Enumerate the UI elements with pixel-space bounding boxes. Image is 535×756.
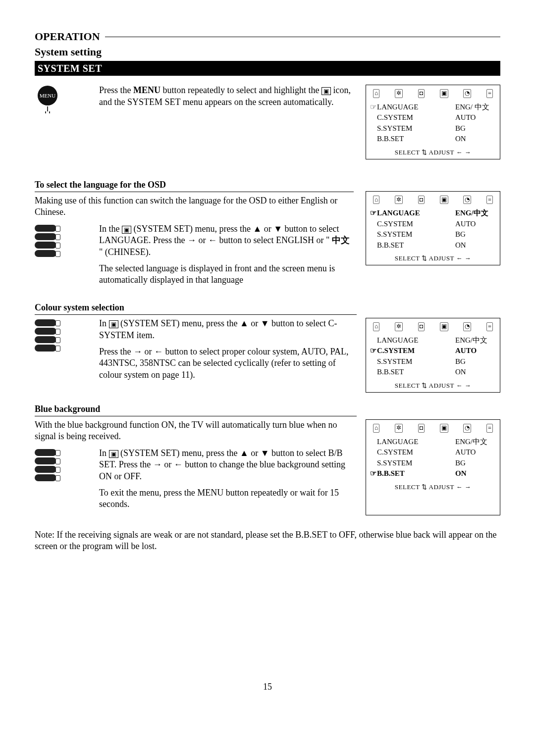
osd-row-value: AUTO bbox=[455, 448, 495, 457]
osd-row-value: AUTO bbox=[455, 346, 495, 356]
osd-top-icon: ◘ bbox=[418, 322, 425, 331]
osd-panel-2: ⌂✲◘▣◔≡☞LANGUAGEENG/中文C.SYSTEMAUTOS.SYSTE… bbox=[366, 191, 500, 265]
language-instruction-1: In the ▣ (SYSTEM SET) menu, press the ▲ … bbox=[99, 223, 354, 258]
osd-row-value: BG bbox=[455, 124, 495, 134]
osd-top-icon: ◘ bbox=[418, 196, 425, 204]
page-title-operation: OPERATION bbox=[35, 30, 100, 44]
osd-row-label: S.SYSTEM bbox=[377, 124, 455, 134]
menu-button-icon: MENU bbox=[35, 85, 64, 114]
colour-instruction-1: In ▣ (SYSTEM SET) menu, press the ▲ or ▼… bbox=[99, 318, 354, 341]
osd-top-icon: ▣ bbox=[440, 89, 448, 98]
osd-row: ☞LANGUAGEENG/ 中文 bbox=[377, 102, 495, 113]
osd-top-icon: ✲ bbox=[395, 322, 403, 331]
osd-panel-1: ⌂✲◘▣◔≡☞LANGUAGEENG/ 中文C.SYSTEMAUTOS.SYST… bbox=[366, 85, 500, 159]
osd-top-icon: ✲ bbox=[395, 89, 403, 98]
osd-row-value: ENG/中文 bbox=[455, 336, 495, 346]
colour-instruction-2: Press the → or ← button to select proper… bbox=[99, 346, 354, 381]
osd-row-value: AUTO bbox=[455, 219, 495, 229]
osd-row-label: B.B.SET bbox=[377, 469, 455, 479]
osd-top-icon: ✲ bbox=[395, 196, 403, 204]
osd-top-icon: ✲ bbox=[395, 424, 403, 433]
osd-footer: SELECT ⇅ ADJUST ← → bbox=[371, 148, 495, 157]
osd-row: ☞C.SYSTEMAUTO bbox=[377, 346, 495, 356]
osd-row-label: C.SYSTEM bbox=[377, 113, 455, 123]
osd-top-icon: ⌂ bbox=[373, 322, 379, 331]
osd-row-label: C.SYSTEM bbox=[377, 219, 455, 229]
remote-buttons-icon bbox=[35, 223, 64, 258]
remote-buttons-icon bbox=[35, 318, 64, 353]
osd-top-icon: ◔ bbox=[463, 196, 471, 204]
osd-row-value: ENG/中文 bbox=[455, 208, 495, 218]
osd-top-icon: ≡ bbox=[486, 322, 493, 331]
osd-row-label: C.SYSTEM bbox=[377, 346, 455, 356]
osd-row: C.SYSTEMAUTO bbox=[377, 112, 495, 123]
blue-instruction-1: In ▣ (SYSTEM SET) menu, press the ▲ or ▼… bbox=[99, 448, 354, 482]
osd-row-label: LANGUAGE bbox=[377, 102, 455, 112]
subtitle-language: To select the language for the OSD bbox=[35, 179, 354, 192]
svg-text:MENU: MENU bbox=[40, 93, 55, 99]
osd-row-label: B.B.SET bbox=[377, 134, 455, 144]
osd-top-icon: ⌂ bbox=[373, 89, 379, 98]
osd-top-icon: ◔ bbox=[463, 322, 471, 331]
osd-top-icon: ▣ bbox=[440, 424, 448, 433]
osd-top-icon: ⌂ bbox=[373, 424, 379, 433]
system-set-icon: ▣ bbox=[109, 450, 118, 458]
osd-top-icon: ◔ bbox=[463, 89, 471, 98]
osd-row: ☞B.B.SETON bbox=[377, 468, 495, 479]
osd-row-label: LANGUAGE bbox=[377, 336, 455, 346]
page-subtitle: System setting bbox=[35, 45, 500, 59]
osd-row: LANGUAGEENG/中文 bbox=[377, 437, 495, 448]
header-rule bbox=[105, 37, 500, 37]
osd-top-icon: ≡ bbox=[486, 424, 493, 433]
osd-top-icon: ◔ bbox=[463, 424, 471, 433]
osd-row: S.SYSTEMBG bbox=[377, 229, 495, 240]
system-set-icon: ▣ bbox=[321, 87, 331, 95]
osd-top-icon: ⌂ bbox=[373, 196, 379, 204]
subtitle-blue: Blue background bbox=[35, 403, 357, 416]
language-intro: Making use of this function can switch t… bbox=[35, 195, 354, 218]
osd-footer: SELECT ⇅ ADJUST ← → bbox=[371, 381, 495, 390]
osd-row-label: S.SYSTEM bbox=[377, 458, 455, 468]
osd-top-icon: ≡ bbox=[486, 89, 493, 98]
language-instruction-2: The selected language is displayed in fr… bbox=[99, 263, 354, 286]
osd-row-label: LANGUAGE bbox=[377, 437, 455, 447]
osd-row: C.SYSTEMAUTO bbox=[377, 447, 495, 458]
osd-panel-4: ⌂✲◘▣◔≡LANGUAGEENG/中文C.SYSTEMAUTOS.SYSTEM… bbox=[366, 419, 500, 515]
osd-row: B.B.SETON bbox=[377, 367, 495, 378]
osd-row-label: B.B.SET bbox=[377, 367, 455, 377]
page-number: 15 bbox=[35, 681, 500, 693]
blue-instruction-2: To exit the menu, press the MENU button … bbox=[99, 487, 354, 510]
osd-row-value: AUTO bbox=[455, 113, 495, 123]
osd-row-value: ENG/ 中文 bbox=[455, 102, 495, 112]
blue-intro: With the blue background function ON, th… bbox=[35, 419, 354, 443]
osd-row: S.SYSTEMBG bbox=[377, 356, 495, 367]
osd-row-value: ENG/中文 bbox=[455, 437, 495, 447]
osd-row: B.B.SETON bbox=[377, 134, 495, 145]
osd-row-value: ON bbox=[455, 469, 495, 479]
osd-row-value: ON bbox=[455, 367, 495, 377]
osd-row-value: ON bbox=[455, 241, 495, 251]
osd-row-value: BG bbox=[455, 230, 495, 240]
osd-row-label: C.SYSTEM bbox=[377, 448, 455, 457]
system-set-icon: ▣ bbox=[109, 320, 118, 328]
osd-row-value: ON bbox=[455, 134, 495, 144]
osd-row-value: BG bbox=[455, 357, 495, 367]
osd-row-label: S.SYSTEM bbox=[377, 357, 455, 367]
intro-text: Press the MENU button repeatedly to sele… bbox=[99, 85, 354, 108]
osd-row-label: LANGUAGE bbox=[377, 208, 455, 218]
osd-footer: SELECT ⇅ ADJUST ← → bbox=[371, 253, 495, 263]
osd-row: LANGUAGEENG/中文 bbox=[377, 335, 495, 346]
osd-top-icon: ≡ bbox=[486, 196, 493, 204]
system-set-icon: ▣ bbox=[122, 226, 131, 234]
osd-row-label: B.B.SET bbox=[377, 241, 455, 251]
osd-top-icon: ▣ bbox=[440, 322, 448, 331]
remote-buttons-icon bbox=[35, 448, 64, 483]
osd-row: ☞LANGUAGEENG/中文 bbox=[377, 208, 495, 219]
note-text: Note: If the receiving signals are weak … bbox=[35, 529, 500, 553]
osd-panel-3: ⌂✲◘▣◔≡LANGUAGEENG/中文☞C.SYSTEMAUTOS.SYSTE… bbox=[366, 318, 500, 392]
osd-row: S.SYSTEMBG bbox=[377, 458, 495, 469]
section-bar: SYSTEM SET bbox=[35, 61, 500, 76]
osd-row: S.SYSTEMBG bbox=[377, 123, 495, 134]
osd-top-icon: ◘ bbox=[418, 424, 425, 433]
osd-top-icon: ▣ bbox=[440, 196, 448, 204]
